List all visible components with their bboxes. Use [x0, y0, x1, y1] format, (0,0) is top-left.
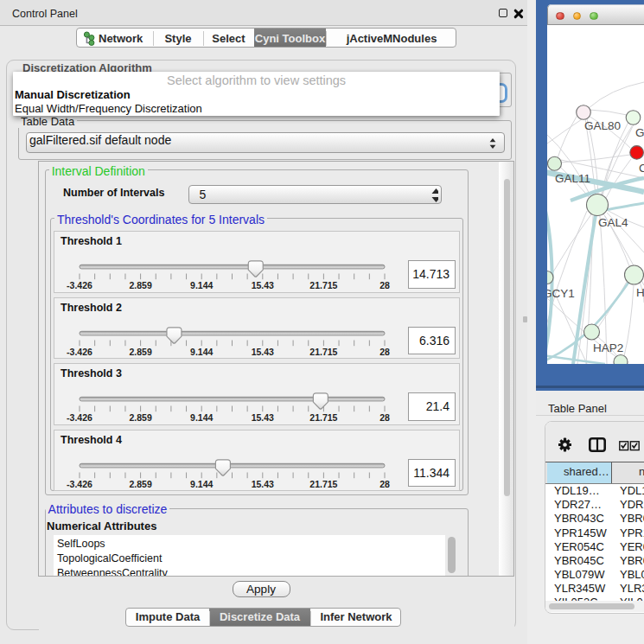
svg-text:9.144: 9.144 [190, 412, 213, 423]
svg-text:28: 28 [379, 412, 390, 423]
svg-text:15.43: 15.43 [252, 478, 274, 488]
svg-text:15.43: 15.43 [252, 412, 274, 423]
svg-text:9.144: 9.144 [190, 478, 213, 488]
svg-text:-3.426: -3.426 [67, 478, 92, 488]
svg-text:2.859: 2.859 [129, 478, 151, 488]
svg-text:-3.426: -3.426 [67, 346, 92, 356]
svg-text:GAL11: GAL11 [555, 172, 590, 185]
svg-text:28: 28 [379, 346, 390, 356]
svg-text:21.715: 21.715 [309, 478, 337, 488]
svg-text:GA: GA [635, 126, 644, 139]
svg-text:28: 28 [379, 478, 390, 488]
svg-text:21.715: 21.715 [309, 346, 337, 356]
svg-text:2.859: 2.859 [129, 280, 151, 290]
svg-text:-3.426: -3.426 [67, 412, 92, 423]
svg-text:-3.426: -3.426 [67, 280, 92, 290]
svg-text:2.859: 2.859 [129, 346, 151, 356]
svg-text:GAL4: GAL4 [598, 216, 628, 229]
svg-text:H: H [636, 286, 644, 299]
svg-text:GCY1: GCY1 [547, 287, 575, 300]
svg-text:C: C [639, 162, 644, 175]
svg-text:15.43: 15.43 [252, 280, 274, 290]
svg-text:28: 28 [379, 280, 390, 290]
svg-text:GAL80: GAL80 [584, 119, 621, 132]
svg-text:9.144: 9.144 [190, 346, 213, 356]
svg-text:HAP2: HAP2 [593, 341, 623, 354]
svg-text:15.43: 15.43 [252, 346, 274, 356]
svg-text:21.715: 21.715 [309, 280, 337, 290]
svg-text:21.715: 21.715 [309, 412, 337, 423]
svg-text:2.859: 2.859 [129, 412, 151, 423]
svg-text:9.144: 9.144 [190, 280, 213, 290]
